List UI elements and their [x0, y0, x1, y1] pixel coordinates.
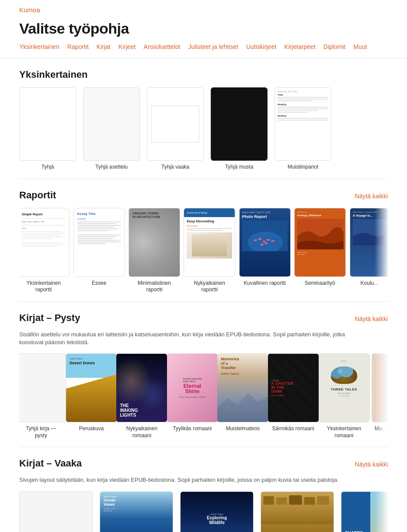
template-label-memories: Muistelmateos	[226, 425, 260, 432]
template-thumb-three-tales: A Book THREE TALES AUTHOR NAME AUTHOR NA…	[318, 353, 370, 422]
template-label-organic: Minimalistinen raportti	[130, 280, 178, 294]
top-bar: Kumoa	[0, 0, 407, 17]
kirjat-pysty-grid: Tyhjä kirja — pysty Author Name Desert D…	[19, 353, 388, 439]
template-label-three-tales: Yksinkertainen romaani	[322, 425, 366, 439]
template-shatter[interactable]: A Novel A SHATTERIN THEDARK AUTHOR NAME …	[271, 353, 315, 439]
svg-rect-12	[276, 497, 287, 504]
template-label-book-more: Mo...	[375, 425, 386, 432]
svg-rect-15	[317, 496, 329, 504]
template-book-more[interactable]: Mo...	[373, 353, 388, 439]
template-modern[interactable]: Simple Home Styling Easy Decorating Deco…	[185, 208, 233, 294]
template-thumb-tyhja-asettelu	[83, 87, 140, 161]
nav-item-kirjat[interactable]: Kirjat	[97, 43, 111, 50]
template-tyhja-asettelu[interactable]: Tyhjä asettelu	[83, 87, 140, 171]
template-waking-lights[interactable]: THEWAKINGLIGHTS Nykyaikainen romaani	[120, 353, 163, 439]
template-organic[interactable]: ORGANIC FORMSIN ARCHITECTURE Minimalisti…	[130, 208, 178, 294]
svg-point-8	[264, 242, 268, 244]
kirjat-vaaka-description: Sivujen layout säilytetään, kun kirja vi…	[19, 476, 360, 484]
template-label-tyhja: Tyhjä	[42, 164, 54, 171]
template-geology[interactable]: Author Name Geology 101Report Author Nam…	[296, 208, 344, 294]
template-label-tyhja-vaaka: Tyhjä vaaka	[161, 164, 189, 171]
section-yksinkertainen: Yksinkertainen Tyhjä Tyhjä asettelu Tyhj…	[0, 59, 407, 175]
page-title: Valitse työpohja	[0, 17, 407, 43]
template-thumb-shatter: A Novel A SHATTERIN THEDARK AUTHOR NAME	[268, 353, 319, 422]
section-title-kirjat-pysty: Kirjat – Pysty	[19, 312, 80, 324]
template-thumb-tyhja-vaaka	[147, 87, 204, 161]
template-label-geology: Seminaarityö	[305, 280, 335, 287]
section-title-kirjat-vaaka: Kirjat – Vaaka	[19, 458, 82, 469]
template-thumb-blank-land	[19, 491, 93, 532]
cancel-button[interactable]: Kumoa	[19, 6, 40, 14]
template-label-tyhja-asettelu: Tyhjä asettelu	[95, 164, 128, 171]
section-title-raportit: Raportit	[19, 190, 56, 201]
raportit-show-all[interactable]: Näytä kaikki	[355, 193, 388, 200]
svg-point-2	[254, 239, 257, 241]
svg-rect-13	[289, 495, 302, 504]
template-label-shatter: Särmikäs romaani	[272, 425, 314, 432]
template-memories[interactable]: Memoriesof aTraveler Author Name Muistel…	[221, 353, 264, 439]
svg-point-4	[262, 241, 266, 242]
template-label-eternal: Tyylikäs romaani	[173, 425, 212, 432]
template-thumb-desert: Author Name Desert Dunes	[66, 353, 117, 422]
template-thumb-tyhja-musta	[211, 87, 268, 161]
template-thumb-wildlife: Author Name ExploringWildlife	[180, 491, 254, 532]
template-voyage[interactable]: Author Name • Cleveland 2018 A Voyage to…	[351, 208, 388, 294]
nav-item-kirjeet[interactable]: Kirjeet	[118, 43, 136, 50]
template-label-voyage: Koulu...	[361, 280, 379, 287]
template-tyhja-musta[interactable]: Tyhjä musta	[211, 87, 268, 171]
template-ocean-views[interactable]: Author Name OceanViews Highlights FromMy…	[100, 491, 173, 532]
template-muistiinpanot[interactable]: Wednesday, July 15, 2017 Title Heading H…	[275, 87, 331, 171]
category-nav: Yksinkertainen Raportit Kirjat Kirjeet A…	[0, 43, 407, 59]
nav-item-diplomit[interactable]: Diplomit	[324, 43, 346, 50]
template-thumb-shapes: SHAPES& ANGLES ARCHITECTURAL PHOTOGRAPHY	[341, 491, 388, 532]
template-label-blank-book-port: Tyhjä kirja — pysty	[19, 425, 63, 439]
template-label-essay: Essee	[92, 280, 106, 287]
template-thumb-tyhja	[19, 87, 76, 161]
nav-item-raportit[interactable]: Raportit	[67, 43, 89, 50]
svg-point-7	[260, 244, 264, 245]
template-label-muistiinpanot: Muistiinpanot	[288, 164, 319, 171]
nav-item-muut[interactable]: Muut	[353, 43, 367, 50]
section-kirjat-pysty: Kirjat – Pysty Näytä kaikki Sisällön ase…	[0, 302, 407, 444]
template-eternal-shine[interactable]: Tyyrelki nrakkunboyAuthor Name EternalSh…	[170, 353, 214, 439]
template-simple-report[interactable]: Simple Report Author Name • April 24, 20…	[19, 208, 68, 294]
nav-item-kirjetarpeet[interactable]: Kirjetarpeet	[284, 43, 316, 50]
template-label-photo-report: Kuvallinen raportti	[244, 280, 285, 287]
template-wildlife[interactable]: Author Name ExploringWildlife Ohjekirja	[180, 491, 254, 532]
template-tyhja-vaaka[interactable]: Tyhjä vaaka	[147, 87, 204, 171]
template-photo-report[interactable]: Author Name • April 24, 2022 Photo Repor…	[240, 208, 289, 294]
template-thumb-bakeshop: Bakeshop Training The Basics	[261, 491, 334, 532]
section-kirjat-vaaka: Kirjat – Vaaka Näytä kaikki Sivujen layo…	[0, 447, 407, 532]
nav-item-yksinkertainen[interactable]: Yksinkertainen	[19, 43, 59, 50]
template-blank-book-port[interactable]: Tyhjä kirja — pysty	[19, 353, 63, 439]
section-title-yksinkertainen: Yksinkertainen	[19, 69, 88, 80]
kirjat-pysty-show-all[interactable]: Näytä kaikki	[355, 315, 388, 322]
kirjat-vaaka-show-all[interactable]: Näytä kaikki	[355, 461, 388, 468]
nav-item-julisteet[interactable]: Julisteet ja lehtiset	[188, 43, 238, 50]
template-thumb-muistiinpanot: Wednesday, July 15, 2017 Title Heading H…	[275, 87, 331, 161]
template-thumb-ocean: Author Name OceanViews Highlights FromMy…	[100, 491, 173, 532]
svg-point-5	[267, 239, 270, 241]
template-label-tyhja-musta: Tyhjä musta	[225, 164, 254, 171]
template-bakeshop[interactable]: Bakeshop Training The Basics Harjoittelu…	[261, 491, 334, 532]
template-label-simple-report: Yksinkertainen raportti	[19, 280, 68, 294]
nav-item-ansioluettelot[interactable]: Ansioluettelot	[143, 43, 180, 50]
svg-point-3	[258, 238, 261, 240]
svg-rect-11	[263, 496, 274, 504]
raportit-grid: Simple Report Author Name • April 24, 20…	[19, 208, 388, 294]
section-raportit: Raportit Näytä kaikki Simple Report Auth…	[0, 179, 407, 298]
template-thumb-waking: THEWAKINGLIGHTS	[116, 353, 167, 422]
template-label-desert: Peruskuva	[79, 425, 104, 432]
nav-item-uutiskirjeet[interactable]: Uutiskirjeet	[246, 43, 276, 50]
template-shapes[interactable]: SHAPES& ANGLES ARCHITECTURAL PHOTOGRAPHY…	[341, 491, 388, 532]
template-thumb-blank-book-port	[19, 353, 67, 422]
template-blank-land[interactable]: Tyhjä kirja — vaaka	[19, 491, 93, 532]
template-label-waking: Nykyaikainen romaani	[120, 425, 163, 439]
template-essay[interactable]: Essay Title Subtitle Esse	[75, 208, 123, 294]
template-thumb-book-more	[372, 353, 388, 422]
kirjat-pysty-description: Sisällön asettelu voi mukautua eri laitt…	[19, 331, 360, 346]
template-tyhja[interactable]: Tyhjä	[19, 87, 76, 171]
template-three-tales[interactable]: A Book THREE TALES AUTHOR NAME AUTHOR NA…	[322, 353, 366, 439]
template-desert-dunes[interactable]: Author Name Desert Dunes Peruskuva	[70, 353, 113, 439]
template-thumb-eternal: Tyyrelki nrakkunboyAuthor Name EternalSh…	[167, 353, 218, 422]
